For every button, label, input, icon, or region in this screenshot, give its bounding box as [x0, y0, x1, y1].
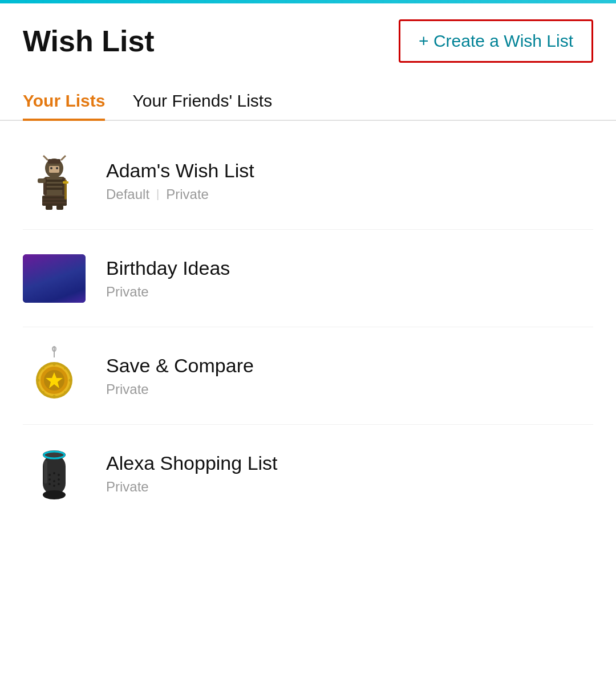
svg-rect-16: [42, 204, 67, 205]
svg-rect-4: [46, 184, 63, 186]
svg-rect-7: [48, 159, 60, 164]
svg-point-12: [56, 167, 58, 169]
list-info: Alexa Shopping List Private: [106, 452, 278, 495]
samurai-icon: [27, 151, 82, 211]
svg-rect-20: [63, 181, 68, 184]
svg-line-9: [61, 156, 66, 160]
list-meta: Private: [106, 381, 254, 397]
svg-point-49: [48, 474, 51, 476]
svg-point-25: [48, 259, 49, 261]
svg-point-53: [53, 480, 55, 482]
svg-rect-14: [42, 197, 67, 198]
list-item[interactable]: Alexa Shopping List Private: [23, 425, 593, 522]
medallion-icon: [29, 346, 80, 406]
list-name: Save & Compare: [106, 355, 254, 377]
svg-point-28: [79, 268, 80, 269]
list-item[interactable]: Adam's Wish List Default | Private: [23, 132, 593, 230]
tab-friends-lists[interactable]: Your Friends' Lists: [132, 82, 272, 120]
list-meta-private: Private: [106, 284, 149, 300]
svg-point-50: [53, 472, 55, 474]
svg-point-37: [53, 395, 56, 397]
svg-point-26: [62, 263, 64, 265]
svg-rect-18: [56, 205, 63, 210]
list-name: Adam's Wish List: [106, 160, 254, 182]
list-meta-private: Private: [106, 479, 149, 495]
tabs-container: Your Lists Your Friends' Lists: [0, 82, 616, 121]
list-name: Alexa Shopping List: [106, 452, 278, 474]
svg-point-38: [37, 379, 40, 381]
svg-point-46: [43, 490, 66, 499]
list-thumbnail-echo: [23, 442, 86, 505]
list-thumbnail-medallion: [23, 344, 86, 407]
svg-point-39: [69, 379, 72, 381]
svg-point-27: [74, 258, 75, 259]
page-title: Wish List: [23, 24, 155, 58]
lists-container: Adam's Wish List Default | Private: [0, 121, 616, 533]
svg-rect-10: [49, 166, 59, 173]
svg-point-52: [48, 478, 51, 481]
svg-point-51: [58, 474, 60, 476]
list-meta-default: Default: [106, 186, 149, 202]
tabs: Your Lists Your Friends' Lists: [23, 82, 593, 120]
svg-point-11: [50, 167, 52, 169]
svg-rect-15: [42, 200, 67, 202]
echo-icon: [33, 444, 76, 503]
svg-point-36: [53, 363, 56, 365]
svg-marker-23: [23, 266, 86, 303]
list-thumbnail-tablet: [23, 247, 86, 310]
svg-rect-3: [46, 180, 63, 182]
list-meta-private: Private: [166, 186, 209, 202]
svg-line-8: [43, 156, 48, 160]
svg-point-54: [58, 478, 60, 481]
create-wish-list-button[interactable]: + Create a Wish List: [399, 19, 593, 63]
list-meta: Private: [106, 284, 230, 300]
svg-point-55: [53, 485, 55, 487]
meta-divider: |: [156, 188, 159, 201]
list-name: Birthday Ideas: [106, 257, 230, 279]
svg-point-57: [58, 483, 60, 485]
tab-your-lists[interactable]: Your Lists: [23, 82, 105, 120]
list-item[interactable]: Birthday Ideas Private: [23, 230, 593, 327]
list-info: Save & Compare Private: [106, 355, 254, 397]
svg-point-42: [42, 391, 44, 393]
list-meta-private: Private: [106, 381, 149, 397]
list-meta: Private: [106, 479, 278, 495]
svg-rect-21: [38, 178, 46, 183]
svg-rect-5: [46, 188, 63, 190]
svg-point-43: [64, 391, 66, 393]
header: Wish List + Create a Wish List: [0, 3, 616, 76]
tablet-icon: [23, 254, 86, 303]
svg-point-40: [42, 367, 44, 369]
list-item[interactable]: Save & Compare Private: [23, 327, 593, 425]
svg-rect-48: [44, 461, 47, 483]
svg-point-24: [34, 262, 35, 263]
list-info: Birthday Ideas Private: [106, 257, 230, 300]
list-info: Adam's Wish List Default | Private: [106, 160, 254, 202]
svg-marker-22: [23, 266, 86, 294]
svg-point-56: [48, 483, 51, 485]
list-meta: Default | Private: [106, 186, 254, 202]
svg-point-41: [64, 367, 66, 369]
svg-rect-17: [46, 205, 52, 210]
list-thumbnail-samurai: [23, 149, 86, 212]
